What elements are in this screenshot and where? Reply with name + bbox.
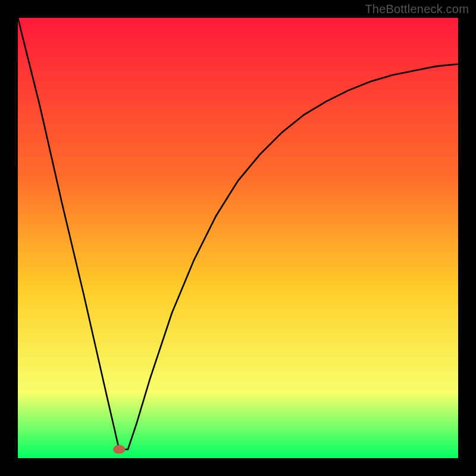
bottleneck-chart [18, 18, 458, 458]
target-marker [113, 445, 126, 454]
chart-frame: TheBottleneck.com [0, 0, 476, 476]
gradient-background [18, 18, 458, 458]
watermark-text: TheBottleneck.com [365, 2, 469, 16]
plot-area [18, 18, 458, 458]
